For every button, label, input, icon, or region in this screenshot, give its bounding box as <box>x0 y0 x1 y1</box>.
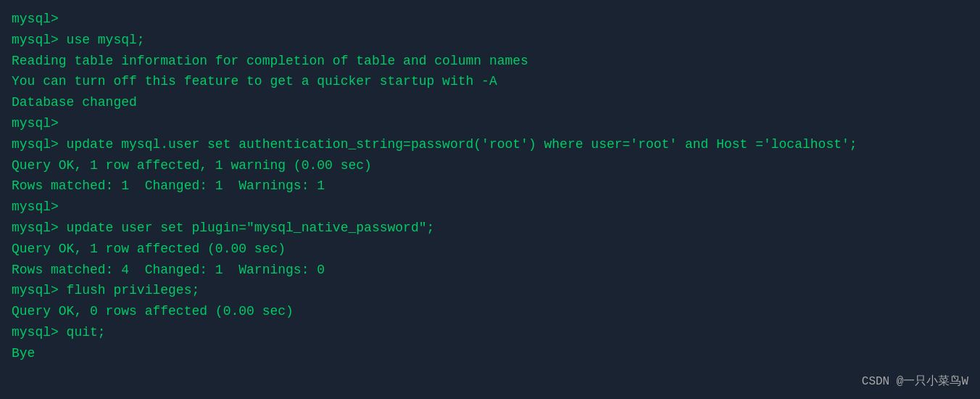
terminal-line: Query OK, 1 row affected, 1 warning (0.0… <box>12 155 968 176</box>
terminal-line: mysql> update user set plugin="mysql_nat… <box>12 218 968 239</box>
terminal-line: mysql> use mysql; <box>12 30 968 51</box>
watermark: CSDN @一只小菜鸟W <box>862 373 968 392</box>
terminal-line: Rows matched: 1 Changed: 1 Warnings: 1 <box>12 176 968 197</box>
terminal-line: Bye <box>12 343 968 364</box>
terminal-line: You can turn off this feature to get a q… <box>12 71 968 92</box>
terminal-line: Database changed <box>12 92 968 113</box>
terminal-line: Rows matched: 4 Changed: 1 Warnings: 0 <box>12 260 968 281</box>
terminal-line: Reading table information for completion… <box>12 51 968 72</box>
terminal: mysql>mysql> use mysql;Reading table inf… <box>0 0 980 399</box>
terminal-line: mysql> flush privileges; <box>12 280 968 301</box>
terminal-line: Query OK, 0 rows affected (0.00 sec) <box>12 301 968 322</box>
terminal-line: mysql> quit; <box>12 322 968 343</box>
terminal-line: Query OK, 1 row affected (0.00 sec) <box>12 239 968 260</box>
terminal-line: mysql> <box>12 9 968 30</box>
terminal-line: mysql> <box>12 113 968 134</box>
terminal-line: mysql> update mysql.user set authenticat… <box>12 134 968 155</box>
terminal-line: mysql> <box>12 197 968 218</box>
